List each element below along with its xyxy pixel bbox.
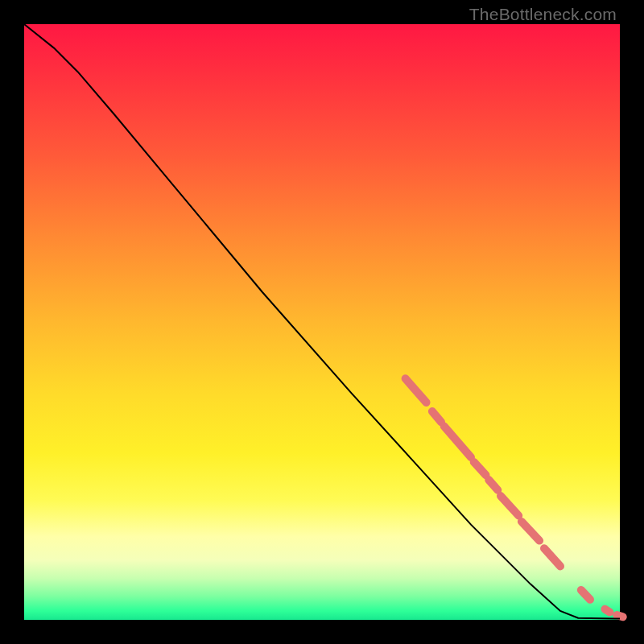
highlight-segments [406, 378, 623, 617]
highlight-segment [544, 548, 560, 566]
highlight-segment [501, 496, 518, 515]
chart-frame: TheBottleneck.com [0, 0, 644, 644]
highlight-segment [617, 615, 622, 617]
highlight-segment [522, 522, 539, 541]
chart-svg [24, 24, 620, 620]
highlight-segment [605, 609, 610, 613]
highlight-segment [432, 411, 441, 422]
highlight-segment [489, 480, 497, 490]
highlight-segment [444, 427, 471, 458]
highlight-segment [581, 590, 590, 600]
watermark-text: TheBottleneck.com [469, 5, 617, 24]
plot-area [24, 24, 620, 620]
highlight-segment [474, 462, 486, 475]
highlight-segment [406, 378, 427, 402]
